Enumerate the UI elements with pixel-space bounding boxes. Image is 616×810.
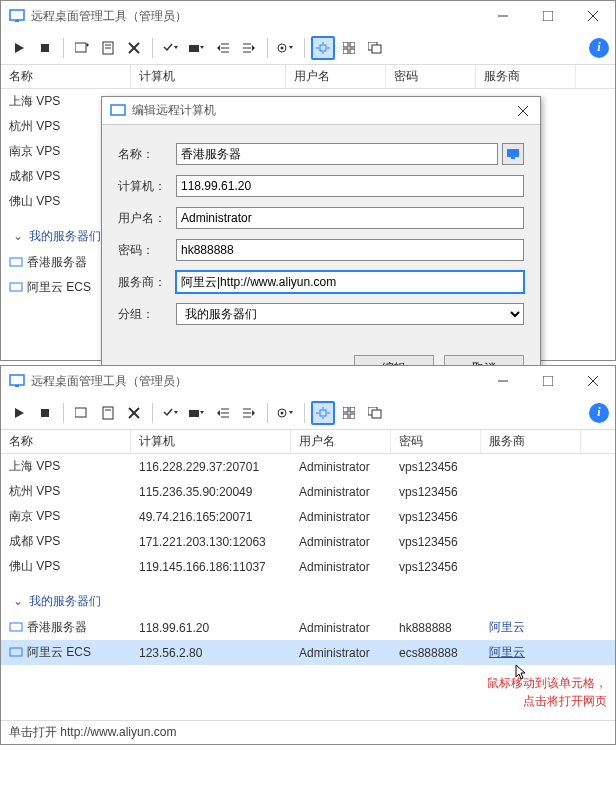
header-password[interactable]: 密码 (391, 430, 481, 453)
computer-input[interactable] (176, 175, 524, 197)
window-title: 远程桌面管理工具（管理员） (31, 8, 480, 25)
folder-dropdown-icon[interactable] (185, 401, 209, 425)
svg-rect-55 (41, 409, 49, 417)
provider-link[interactable]: 阿里云 (489, 645, 525, 659)
svg-rect-85 (372, 410, 381, 418)
svg-marker-22 (217, 45, 220, 51)
edit-list-icon[interactable] (96, 36, 120, 60)
header-name[interactable]: 名称 (1, 430, 131, 453)
table-row[interactable]: 杭州 VPS115.236.35.90:20049Administratorvp… (1, 479, 615, 504)
edit-list-icon[interactable] (96, 401, 120, 425)
header-user[interactable]: 用户名 (286, 65, 386, 88)
label-name: 名称： (118, 146, 176, 163)
settings-dropdown-icon[interactable] (274, 36, 298, 60)
fit-screen-icon[interactable] (311, 36, 335, 60)
svg-point-28 (281, 46, 284, 49)
check-dropdown-icon[interactable] (159, 36, 183, 60)
user-input[interactable] (176, 207, 524, 229)
monitor-icon (9, 647, 23, 659)
provider-link[interactable]: 阿里云 (489, 620, 525, 634)
fit-screen-icon[interactable] (311, 401, 335, 425)
cascade-icon[interactable] (363, 36, 387, 60)
grid-icon[interactable] (337, 36, 361, 60)
svg-rect-82 (343, 414, 348, 419)
delete-icon[interactable] (122, 36, 146, 60)
add-screen-icon[interactable] (70, 36, 94, 60)
close-button[interactable] (570, 1, 615, 31)
check-dropdown-icon[interactable] (159, 401, 183, 425)
header-name[interactable]: 名称 (1, 65, 131, 88)
svg-rect-51 (543, 376, 553, 386)
minimize-button[interactable] (480, 1, 525, 31)
table-row[interactable]: 阿里云 ECS123.56.2.80Administratorecs888888… (1, 640, 615, 665)
name-input[interactable] (176, 143, 498, 165)
header-password[interactable]: 密码 (386, 65, 476, 88)
play-icon[interactable] (7, 36, 31, 60)
dialog-title: 编辑远程计算机 (132, 102, 506, 119)
header-computer[interactable]: 计算机 (131, 430, 291, 453)
header-provider[interactable]: 服务商 (481, 430, 581, 453)
delete-icon[interactable] (122, 401, 146, 425)
svg-rect-81 (350, 407, 355, 412)
titlebar: 远程桌面管理工具（管理员） (1, 366, 615, 396)
header-computer[interactable]: 计算机 (131, 65, 286, 88)
indent-right-icon[interactable] (237, 36, 261, 60)
pick-icon-button[interactable] (502, 143, 524, 165)
add-screen-icon[interactable] (70, 401, 94, 425)
svg-rect-75 (320, 410, 326, 416)
maximize-button[interactable] (525, 1, 570, 31)
indent-left-icon[interactable] (211, 401, 235, 425)
header-provider[interactable]: 服务商 (476, 65, 576, 88)
info-icon[interactable]: i (589, 403, 609, 423)
svg-marker-67 (217, 410, 220, 416)
maximize-button[interactable] (525, 366, 570, 396)
dialog-titlebar: 编辑远程计算机 (102, 97, 540, 125)
settings-dropdown-icon[interactable] (274, 401, 298, 425)
grid-icon[interactable] (337, 401, 361, 425)
table-row[interactable]: 成都 VPS171.221.203.130:12063Administrator… (1, 529, 615, 554)
table-row[interactable]: 上海 VPS116.228.229.37:20701Administratorv… (1, 454, 615, 479)
label-computer: 计算机： (118, 178, 176, 195)
dialog-close-button[interactable] (506, 97, 540, 125)
separator (267, 38, 268, 58)
info-icon[interactable]: i (589, 38, 609, 58)
table-row[interactable]: 佛山 VPS119.145.166.186:11037Administrator… (1, 554, 615, 579)
group-select[interactable]: 我的服务器们 (176, 303, 524, 325)
cascade-icon[interactable] (363, 401, 387, 425)
svg-rect-36 (350, 42, 355, 47)
password-input[interactable] (176, 239, 524, 261)
stop-icon[interactable] (33, 36, 57, 60)
header-user[interactable]: 用户名 (291, 430, 391, 453)
svg-marker-54 (15, 408, 24, 418)
window-title: 远程桌面管理工具（管理员） (31, 373, 480, 390)
status-text: 单击打开 http://www.aliyun.com (9, 724, 176, 741)
svg-marker-74 (289, 411, 293, 414)
svg-rect-62 (189, 410, 199, 417)
table-row[interactable]: 香港服务器118.99.61.20Administratorhk888888阿里… (1, 615, 615, 640)
svg-marker-63 (200, 411, 204, 414)
svg-marker-6 (15, 43, 24, 53)
table-row[interactable]: 南京 VPS49.74.216.165:20071Administratorvp… (1, 504, 615, 529)
indent-left-icon[interactable] (211, 36, 235, 60)
separator (152, 403, 153, 423)
main-window-top: 远程桌面管理工具（管理员） i 名称 计算机 用户名 密码 服务商 上海 VPS… (0, 0, 616, 361)
indent-right-icon[interactable] (237, 401, 261, 425)
provider-input[interactable] (176, 271, 524, 293)
svg-rect-48 (10, 375, 24, 385)
play-icon[interactable] (7, 401, 31, 425)
svg-rect-41 (10, 258, 22, 266)
monitor-icon (9, 622, 23, 634)
group-header[interactable]: ⌄我的服务器们 (1, 587, 615, 615)
close-button[interactable] (570, 366, 615, 396)
stop-icon[interactable] (33, 401, 57, 425)
svg-rect-87 (10, 648, 22, 656)
minimize-button[interactable] (480, 366, 525, 396)
svg-rect-8 (75, 43, 86, 52)
main-window-bottom: 远程桌面管理工具（管理员） i 名称 计算机 用户名 密码 服务商 上海 VPS… (0, 365, 616, 745)
label-password: 密码： (118, 242, 176, 259)
monitor-icon (9, 282, 23, 294)
folder-dropdown-icon[interactable] (185, 36, 209, 60)
svg-rect-37 (343, 49, 348, 54)
annotation-text: 鼠标移动到该单元格，点击将打开网页 (487, 674, 607, 710)
svg-rect-1 (15, 20, 19, 22)
